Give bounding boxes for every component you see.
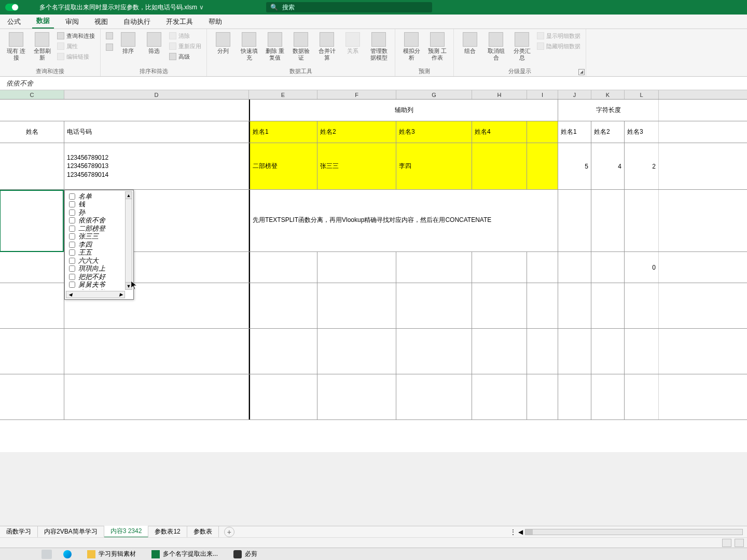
advanced-filter-button[interactable]: 高级 (169, 52, 201, 61)
search-box[interactable]: 🔍 搜索 (266, 2, 432, 12)
filter-item[interactable]: 李四 (67, 241, 124, 249)
len-j-cell[interactable]: 5 (558, 143, 591, 189)
col-D[interactable]: D (64, 90, 249, 99)
filter-checkbox[interactable] (69, 282, 75, 288)
col-F[interactable]: F (317, 90, 396, 99)
sort-desc-button[interactable] (106, 43, 113, 52)
scroll-right-arrow[interactable]: ▶ (117, 291, 125, 298)
col-G[interactable]: G (396, 90, 472, 99)
data-validation-button[interactable]: 数据验 证 (290, 31, 312, 61)
tab-data[interactable]: 数据 (32, 14, 54, 29)
tab-review[interactable]: 审阅 (61, 15, 83, 29)
worksheet-grid[interactable]: 辅助列 字符长度 姓名 电话号码 姓名1 姓名2 姓名3 姓名4 姓名1 姓名2… (0, 100, 747, 452)
filter-item[interactable]: 依依不舍 (67, 217, 124, 225)
filter-checkbox[interactable] (69, 242, 75, 248)
filter-item[interactable]: 张三三 (67, 233, 124, 241)
flash-fill-button[interactable]: 快速填充 (238, 31, 260, 61)
group-button[interactable]: 组合 (459, 31, 481, 54)
filter-checkbox[interactable] (69, 233, 75, 240)
scroll-left-arrow[interactable]: ◀ (66, 291, 74, 298)
folder-taskbar-item[interactable]: 学习剪辑素材 (83, 549, 140, 559)
filter-item[interactable]: 孙 (67, 208, 124, 217)
autosave-toggle[interactable] (5, 4, 19, 11)
scroll-left-icon[interactable]: ◀ (518, 528, 523, 536)
name-cell[interactable] (0, 143, 64, 189)
filter-checkbox[interactable] (69, 217, 75, 223)
capcut-taskbar-item[interactable]: 必剪 (229, 549, 261, 559)
forecast-sheet-button[interactable]: 预测 工作表 (426, 31, 448, 61)
reapply-button[interactable]: 重新应用 (169, 41, 201, 51)
sheet-hscroll[interactable]: ⋮ ◀ (510, 528, 743, 536)
scroll-up-arrow[interactable]: ▲ (126, 192, 132, 199)
outline-dialog-launcher[interactable]: ◢ (578, 69, 585, 75)
filter-item[interactable]: 十全十美 (67, 289, 124, 290)
tab-devtools[interactable]: 开发工具 (162, 15, 197, 29)
whatif-button[interactable]: 模拟分析 (400, 31, 422, 61)
filter-button[interactable]: 筛选 (143, 31, 165, 54)
properties-button[interactable]: 属性 (57, 41, 95, 51)
len-l5-cell[interactable]: 0 (625, 252, 659, 283)
c4-cell[interactable] (0, 190, 64, 251)
filter-checkbox[interactable] (69, 193, 75, 200)
name1-cell[interactable]: 二部榜登 (249, 143, 317, 189)
edit-links-button[interactable]: 编辑链接 (57, 52, 95, 61)
name4-cell[interactable] (472, 143, 527, 189)
title-dropdown-icon[interactable]: ∨ (199, 4, 204, 11)
tab-formula[interactable]: 公式 (3, 15, 25, 29)
blank-yellow-cell[interactable] (527, 143, 558, 189)
formula-bar[interactable]: 依依不舍 (0, 77, 747, 90)
excel-taskbar-item[interactable]: 多个名字提取出来... (147, 549, 222, 559)
sheet-tab-3[interactable]: 内容3 2342 (104, 526, 149, 538)
sheet-tab-1[interactable]: 函数学习 (0, 526, 38, 537)
sheet-tab-4[interactable]: 参数表12 (148, 526, 187, 537)
filter-list[interactable]: 名单钱孙依依不舍二部榜登张三三李四王五六六大琪琪向上把把不好舅舅夫爷十全十美 (67, 192, 124, 290)
col-I[interactable]: I (527, 90, 558, 99)
normal-view-button[interactable] (722, 539, 731, 547)
len-k-cell[interactable]: 4 (591, 143, 625, 189)
filter-checkbox[interactable] (69, 258, 75, 264)
filter-item[interactable]: 名单 (67, 192, 124, 201)
len-l-cell[interactable]: 2 (625, 143, 659, 189)
column-headers[interactable]: C D E F G H I J K L (0, 90, 747, 100)
col-L[interactable]: L (625, 90, 659, 99)
filter-item[interactable]: 二部榜登 (67, 225, 124, 233)
filter-item[interactable]: 琪琪向上 (67, 265, 124, 273)
sheet-tab-2[interactable]: 内容2VBA简单学习 (38, 526, 104, 537)
col-J[interactable]: J (558, 90, 591, 99)
consolidate-button[interactable]: 合并计算 (316, 31, 338, 61)
existing-connections-button[interactable]: 现有 连接 (5, 31, 27, 61)
tab-view[interactable]: 视图 (90, 15, 112, 29)
text-to-columns-button[interactable]: 分列 (212, 31, 234, 54)
filter-hscrollbar[interactable]: ◀ ▶ (66, 291, 125, 298)
filter-item[interactable]: 王五 (67, 249, 124, 257)
filter-dropdown[interactable]: 名单钱孙依依不舍二部榜登张三三李四王五六六大琪琪向上把把不好舅舅夫爷十全十美 ▲… (64, 190, 134, 300)
remove-duplicates-button[interactable]: 删除 重复值 (264, 31, 286, 61)
filter-item[interactable]: 六六大 (67, 257, 124, 265)
filter-checkbox[interactable] (69, 265, 75, 272)
subtotal-button[interactable]: 分类汇总 (511, 31, 533, 61)
col-E[interactable]: E (249, 90, 317, 99)
show-detail-button[interactable]: 显示明细数据 (537, 31, 580, 40)
ungroup-button[interactable]: 取消组合 (485, 31, 507, 61)
col-K[interactable]: K (591, 90, 625, 99)
page-layout-button[interactable] (735, 539, 744, 547)
sort-button[interactable]: 排序 (117, 31, 139, 54)
edge-taskbar-item[interactable] (59, 550, 76, 559)
tab-autorun[interactable]: 自动执行 (119, 15, 155, 29)
filter-checkbox[interactable] (69, 274, 75, 280)
hide-detail-button[interactable]: 隐藏明细数据 (537, 41, 580, 51)
name3-cell[interactable]: 李四 (396, 143, 472, 189)
note-cell[interactable]: 先用TEXTSPLIT函数分离，再用Vlookup精确寻找对应内容，然后在用CO… (249, 190, 558, 251)
filter-item[interactable]: 钱 (67, 201, 124, 209)
filter-checkbox[interactable] (69, 209, 75, 216)
filter-checkbox[interactable] (69, 226, 75, 232)
new-sheet-button[interactable]: + (224, 527, 234, 537)
tab-help[interactable]: 帮助 (204, 15, 226, 29)
taskview-icon[interactable] (42, 550, 52, 559)
filter-checkbox[interactable] (69, 249, 75, 256)
sort-asc-button[interactable] (106, 31, 113, 40)
data-model-button[interactable]: 管理数 据模型 (368, 31, 390, 61)
scroll-down-arrow[interactable]: ▼ (126, 282, 132, 289)
phone-cell[interactable]: 123456789012 123456789013 123456789014 (64, 143, 249, 189)
filter-checkbox[interactable] (69, 201, 75, 207)
